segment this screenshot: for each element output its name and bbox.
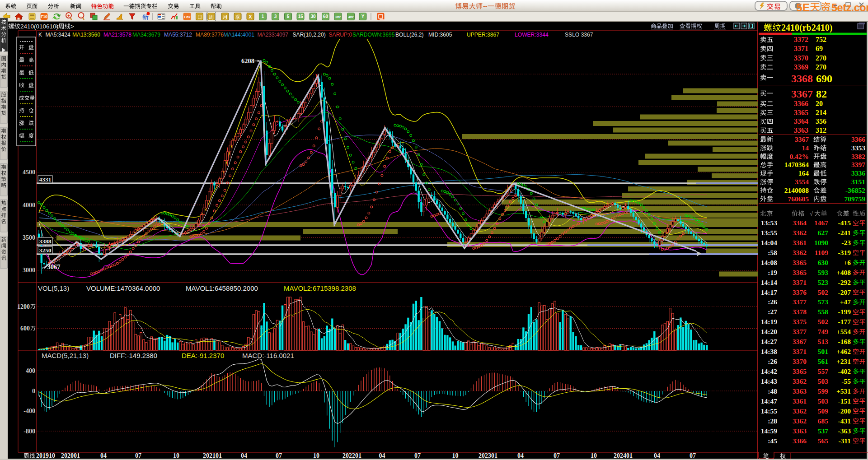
svg-text:3: 3: [274, 14, 277, 19]
svg-text:3364: 3364: [793, 219, 807, 227]
svg-text:UPPER:3867: UPPER:3867: [467, 32, 499, 38]
svg-text:F10: F10: [41, 14, 47, 19]
svg-text:+47: +47: [840, 298, 851, 306]
svg-text:-400: -400: [23, 408, 35, 414]
svg-text:-23: -23: [841, 239, 851, 246]
svg-text:3367: 3367: [795, 135, 809, 143]
svg-text:14:04: 14:04: [761, 239, 777, 246]
svg-text::27: :27: [768, 308, 777, 316]
svg-text:10: 10: [313, 452, 319, 459]
svg-text:07: 07: [690, 452, 696, 459]
svg-text:0.42%: 0.42%: [789, 153, 809, 160]
svg-text:1200: 1200: [17, 303, 30, 310]
svg-text:561: 561: [818, 358, 828, 365]
svg-text:MA144:4001: MA144:4001: [224, 32, 255, 38]
svg-text:10: 10: [452, 452, 459, 459]
svg-text:3371: 3371: [793, 279, 807, 286]
svg-text:MA5:3424: MA5:3424: [46, 32, 70, 38]
svg-text:04: 04: [241, 452, 247, 459]
svg-text:3366: 3366: [794, 100, 808, 107]
svg-text:3363: 3363: [793, 427, 807, 435]
svg-text:04: 04: [100, 452, 107, 459]
svg-text:>: >: [70, 23, 74, 30]
svg-text:3372: 3372: [794, 36, 808, 43]
svg-text:557: 557: [818, 367, 829, 375]
svg-text:-800: -800: [23, 428, 35, 435]
svg-text:30: 30: [310, 14, 316, 19]
svg-text:MA34:3679: MA34:3679: [132, 32, 160, 38]
svg-text:14:08: 14:08: [761, 259, 777, 266]
svg-text:-402: -402: [838, 367, 851, 375]
svg-text:202301: 202301: [479, 452, 497, 459]
svg-text:SARUP:0: SARUP:0: [329, 32, 352, 38]
svg-text:3367: 3367: [793, 338, 807, 345]
svg-text:-319: -319: [838, 249, 851, 256]
svg-text:X: X: [249, 14, 252, 19]
svg-text:3361: 3361: [793, 239, 807, 246]
svg-text:356: 356: [816, 117, 826, 125]
svg-text:3378: 3378: [793, 308, 807, 316]
svg-text:4hr: 4hr: [348, 15, 354, 19]
svg-text:-151: -151: [838, 397, 851, 405]
svg-text:2410(rb2410): 2410(rb2410): [781, 23, 832, 33]
svg-text:-177: -177: [838, 318, 851, 325]
svg-text:3375: 3375: [793, 318, 807, 325]
svg-text:501: 501: [818, 348, 828, 355]
svg-text:VOL(5,13): VOL(5,13): [38, 284, 69, 292]
svg-text:3371: 3371: [794, 45, 808, 52]
svg-text:400: 400: [26, 367, 35, 374]
svg-text:3382: 3382: [851, 153, 865, 160]
svg-text:3151: 3151: [851, 178, 865, 186]
svg-text:3250: 3250: [39, 247, 52, 254]
svg-text:BOLL(26,2): BOLL(26,2): [395, 32, 424, 38]
svg-text:14:43: 14:43: [761, 377, 777, 385]
svg-text:1109: 1109: [815, 249, 828, 256]
svg-text:SARDOWN:3695: SARDOWN:3695: [352, 32, 395, 38]
svg-text:14:19: 14:19: [761, 318, 777, 325]
svg-text:573: 573: [818, 298, 829, 306]
svg-text:3397: 3397: [851, 161, 865, 168]
svg-text:MA21:3578: MA21:3578: [103, 32, 131, 38]
svg-text::19: :19: [768, 269, 777, 276]
svg-text:503: 503: [818, 377, 829, 385]
svg-text:3371: 3371: [793, 348, 807, 355]
svg-text:-415: -415: [838, 219, 851, 227]
svg-text::26: :26: [768, 358, 777, 365]
svg-text:4331: 4331: [39, 176, 52, 183]
svg-text::58: :58: [768, 249, 777, 256]
svg-text:14:47: 14:47: [761, 397, 777, 405]
svg-text:04: 04: [379, 452, 385, 459]
svg-text:3336: 3336: [851, 169, 865, 177]
svg-text:3362: 3362: [793, 417, 807, 425]
svg-text:+462: +462: [836, 348, 851, 355]
svg-text:312: 312: [816, 126, 826, 134]
svg-text:-55: -55: [841, 377, 851, 385]
svg-text:3500: 3500: [23, 234, 35, 241]
svg-text:-241: -241: [838, 229, 851, 237]
svg-text:1: 1: [262, 14, 264, 19]
svg-text:1470364: 1470364: [784, 161, 809, 168]
svg-text:04: 04: [654, 452, 660, 459]
svg-text:502: 502: [818, 288, 829, 296]
svg-text:3370: 3370: [794, 54, 808, 62]
svg-text:MA13:3560: MA13:3560: [72, 32, 100, 38]
svg-text:685: 685: [818, 417, 829, 425]
svg-text:690: 690: [816, 73, 832, 84]
svg-text:-200: -200: [838, 407, 851, 415]
svg-text:07: 07: [414, 452, 421, 459]
svg-text::26: :26: [768, 298, 777, 306]
svg-text:14: 14: [802, 144, 809, 152]
svg-text:Tick: Tick: [184, 15, 191, 19]
svg-text:270: 270: [816, 63, 826, 71]
svg-text::28: :28: [768, 417, 777, 425]
svg-text:MAVOL2:6715398.2308: MAVOL2:6715398.2308: [284, 284, 356, 292]
svg-text:SAR(10,2,20): SAR(10,2,20): [293, 32, 326, 38]
svg-text:07: 07: [276, 452, 282, 459]
svg-text::48: :48: [768, 387, 777, 395]
svg-text:164: 164: [798, 169, 809, 177]
svg-text:10: 10: [591, 452, 597, 459]
svg-text:2410(010610): 2410(010610): [20, 23, 58, 30]
svg-text:523: 523: [818, 279, 829, 286]
svg-text:3377: 3377: [793, 298, 807, 306]
svg-text:--: --: [483, 3, 488, 10]
